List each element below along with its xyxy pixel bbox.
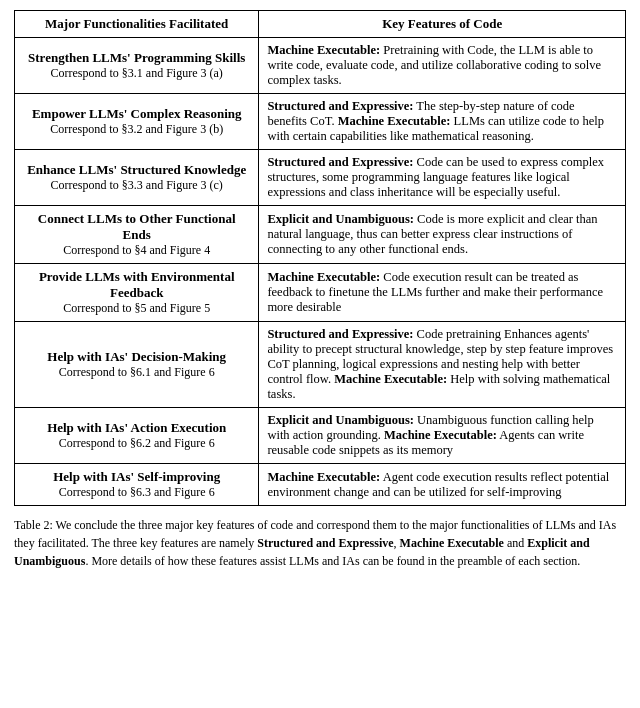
table-row: Provide LLMs with Environmental Feedback…: [15, 264, 626, 322]
feature-cell: Machine Executable: Pretraining with Cod…: [259, 38, 626, 94]
functionality-sub: Correspond to §6.3 and Figure 6: [23, 485, 250, 500]
functionality-cell: Enhance LLMs' Structured KnowledgeCorres…: [15, 150, 259, 206]
feature-cell: Explicit and Unambiguous: Unambiguous fu…: [259, 408, 626, 464]
functionality-cell: Empower LLMs' Complex ReasoningCorrespon…: [15, 94, 259, 150]
table-row: Help with IAs' Decision-MakingCorrespond…: [15, 322, 626, 408]
functionality-sub: Correspond to §3.1 and Figure 3 (a): [23, 66, 250, 81]
col-header-right: Key Features of Code: [259, 11, 626, 38]
feature-cell: Machine Executable: Code execution resul…: [259, 264, 626, 322]
table-row: Empower LLMs' Complex ReasoningCorrespon…: [15, 94, 626, 150]
functionality-cell: Help with IAs' Self-improvingCorrespond …: [15, 464, 259, 506]
table-row: Help with IAs' Self-improvingCorrespond …: [15, 464, 626, 506]
functionality-sub: Correspond to §3.3 and Figure 3 (c): [23, 178, 250, 193]
functionality-sub: Correspond to §4 and Figure 4: [23, 243, 250, 258]
feature-cell: Structured and Expressive: The step-by-s…: [259, 94, 626, 150]
functionality-title: Help with IAs' Self-improving: [23, 469, 250, 485]
functionality-title: Provide LLMs with Environmental Feedback: [23, 269, 250, 301]
table-caption: Table 2: We conclude the three major key…: [14, 516, 626, 570]
table-row: Enhance LLMs' Structured KnowledgeCorres…: [15, 150, 626, 206]
functionality-title: Help with IAs' Decision-Making: [23, 349, 250, 365]
feature-cell: Explicit and Unambiguous: Code is more e…: [259, 206, 626, 264]
table-row: Connect LLMs to Other Functional EndsCor…: [15, 206, 626, 264]
feature-cell: Machine Executable: Agent code execution…: [259, 464, 626, 506]
table-row: Help with IAs' Action ExecutionCorrespon…: [15, 408, 626, 464]
functionality-sub: Correspond to §6.2 and Figure 6: [23, 436, 250, 451]
functionality-title: Empower LLMs' Complex Reasoning: [23, 106, 250, 122]
functionality-title: Strengthen LLMs' Programming Skills: [23, 50, 250, 66]
functionality-cell: Help with IAs' Decision-MakingCorrespond…: [15, 322, 259, 408]
feature-cell: Structured and Expressive: Code pretrain…: [259, 322, 626, 408]
functionality-title: Help with IAs' Action Execution: [23, 420, 250, 436]
table-row: Strengthen LLMs' Programming SkillsCorre…: [15, 38, 626, 94]
functionality-sub: Correspond to §5 and Figure 5: [23, 301, 250, 316]
functionality-cell: Connect LLMs to Other Functional EndsCor…: [15, 206, 259, 264]
functionality-cell: Help with IAs' Action ExecutionCorrespon…: [15, 408, 259, 464]
functionality-title: Connect LLMs to Other Functional Ends: [23, 211, 250, 243]
main-table: Major Functionalities Facilitated Key Fe…: [14, 10, 626, 506]
feature-cell: Structured and Expressive: Code can be u…: [259, 150, 626, 206]
functionality-title: Enhance LLMs' Structured Knowledge: [23, 162, 250, 178]
functionality-cell: Provide LLMs with Environmental Feedback…: [15, 264, 259, 322]
functionality-cell: Strengthen LLMs' Programming SkillsCorre…: [15, 38, 259, 94]
functionality-sub: Correspond to §3.2 and Figure 3 (b): [23, 122, 250, 137]
col-header-left: Major Functionalities Facilitated: [15, 11, 259, 38]
functionality-sub: Correspond to §6.1 and Figure 6: [23, 365, 250, 380]
